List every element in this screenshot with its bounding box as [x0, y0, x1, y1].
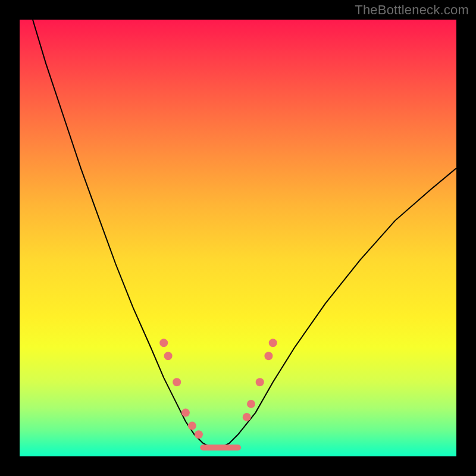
plot-area	[20, 20, 456, 456]
chart-frame: TheBottleneck.com	[0, 0, 476, 476]
highlight-dot	[188, 422, 196, 430]
curve-svg	[20, 20, 456, 456]
highlight-dot	[164, 352, 173, 360]
highlight-dots-group	[159, 339, 277, 439]
highlight-dot	[181, 409, 190, 417]
highlight-dot	[243, 413, 251, 421]
watermark-text: TheBottleneck.com	[355, 2, 469, 18]
highlight-dot	[195, 430, 203, 439]
highlight-dot	[256, 378, 264, 386]
highlight-dot	[173, 378, 181, 386]
highlight-dot	[269, 339, 277, 347]
highlight-dot	[264, 352, 273, 360]
highlight-dot	[247, 400, 255, 408]
bottleneck-curve	[33, 20, 456, 447]
highlight-dot	[159, 339, 168, 347]
